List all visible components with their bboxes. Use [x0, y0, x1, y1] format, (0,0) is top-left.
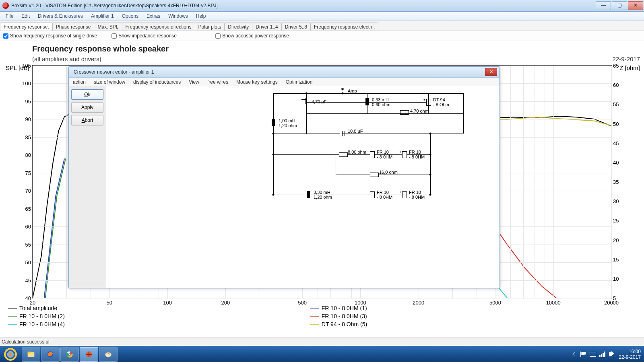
legend-fr4: FR 10 - 8 0HM (4): [8, 320, 65, 328]
y2-tick: 65: [613, 63, 619, 69]
tab-freq[interactable]: Frequency response.: [0, 23, 53, 31]
tray-expand-icon[interactable]: [572, 352, 578, 357]
y2-tick: 35: [613, 179, 619, 185]
menu-edit[interactable]: Edit: [17, 13, 34, 19]
y2-tick: 55: [613, 101, 619, 107]
tabstrip: Frequency response. Phase response Max. …: [0, 21, 644, 31]
drv4-l2: - 8 0HM: [377, 195, 392, 200]
dlg-menu-inductance[interactable]: display of inductances: [129, 79, 185, 85]
dlg-menu-size[interactable]: size of window: [90, 79, 129, 85]
close-button[interactable]: ✕: [628, 1, 643, 10]
dlg-menu-action[interactable]: action: [69, 79, 90, 85]
check-power-box[interactable]: [215, 33, 221, 39]
drv5: [402, 191, 407, 198]
menu-extras[interactable]: Extras: [142, 13, 164, 19]
y-tick: 105: [22, 63, 31, 69]
menu-windows[interactable]: Windows: [164, 13, 192, 19]
y2-tick: 30: [613, 198, 619, 204]
taskbar-firefox[interactable]: [41, 347, 60, 362]
x-tick: 20000: [604, 300, 619, 306]
check-power[interactable]: Show acoustic power response: [215, 33, 289, 39]
taskbar-explorer[interactable]: [22, 347, 40, 362]
amp-label: Amp: [348, 88, 357, 93]
dlg-menu-freewires[interactable]: free wires: [203, 79, 232, 85]
y-tick: 95: [25, 98, 31, 104]
taskbar-chrome[interactable]: [60, 347, 79, 362]
taskbar-paint[interactable]: [99, 347, 118, 362]
legend-fr2-label: FR 10 - 8 0HM (2): [19, 312, 65, 320]
res3-label: 16,0 ohm: [379, 170, 398, 175]
tray-date: 22-9-2017: [619, 354, 641, 360]
y2-tick: 45: [613, 140, 619, 146]
menu-drivers[interactable]: Drivers & Enclosures: [34, 13, 87, 19]
y-tick: 100: [22, 80, 31, 86]
svg-point-5: [69, 354, 70, 355]
tab-phase[interactable]: Phase response: [52, 23, 95, 31]
check-freq-single[interactable]: Show frequency response of single drive: [3, 33, 97, 39]
window-title: Boxsim V1.20 - VISATON-Edition [C:\Users…: [11, 3, 218, 8]
svg-point-11: [108, 355, 109, 356]
minimize-button[interactable]: —: [596, 1, 611, 10]
y-tick: 90: [25, 116, 31, 122]
dialog-close-button[interactable]: ✕: [485, 68, 497, 76]
w-h1b: [306, 113, 463, 114]
dlg-menu-mouse[interactable]: Mouse key settings: [232, 79, 282, 85]
node-l3: [272, 154, 275, 156]
tray-clock[interactable]: 16:00 22-9-2017: [619, 349, 642, 360]
crossover-dialog: Crossover network editor - amplifier 1 ✕…: [68, 66, 500, 288]
tray-action-icon[interactable]: [590, 352, 596, 357]
menu-file[interactable]: File: [2, 13, 17, 19]
tab-driver14[interactable]: Driver 1..4: [252, 23, 281, 31]
y-tick: 55: [25, 241, 31, 247]
tab-directivity[interactable]: Directivity: [224, 23, 252, 31]
y2-axis-label: Z [ohm]: [619, 64, 640, 71]
y-tick: 60: [25, 224, 31, 230]
w-v3l: [273, 154, 274, 175]
tab-driver58[interactable]: Driver 5..8: [281, 23, 311, 31]
ind1-through: [367, 93, 367, 113]
tab-freq-dir[interactable]: Frequency response directions: [122, 23, 195, 31]
tray-volume-icon[interactable]: [609, 352, 615, 357]
cap2-gap: [340, 132, 342, 135]
drv1-through: [428, 93, 429, 113]
legend-fr3: FR 10 - 8 0HM (3): [310, 312, 367, 320]
cap1-plate1: [303, 98, 303, 104]
res1: [400, 110, 409, 115]
dlg-menu-view[interactable]: View: [185, 79, 203, 85]
ok-button[interactable]: Ok: [71, 89, 103, 100]
start-button[interactable]: [2, 348, 19, 361]
y-tick: 50: [25, 259, 31, 265]
tray-network-icon[interactable]: [599, 352, 606, 357]
drv5-plus: +: [399, 191, 401, 194]
dialog-title: Crossover network editor - amplifier 1: [74, 69, 154, 75]
drv1-plus: +: [423, 98, 425, 102]
menu-amplifier[interactable]: Amplifier 1: [87, 13, 118, 19]
drv4-plus: +: [367, 191, 369, 194]
apply-button[interactable]: Apply: [71, 102, 103, 113]
check-freq-single-box[interactable]: [3, 33, 8, 39]
y-tick: 65: [25, 206, 31, 212]
status-text: Calculation successful.: [2, 339, 51, 345]
ind2-l2: 1,20 ohm: [279, 123, 297, 128]
schematic-canvas[interactable]: Amp 4,70 µF 0,33 mH 0,60 ohm: [106, 86, 500, 288]
legend-fr3-label: FR 10 - 8 0HM (3): [322, 312, 367, 320]
check-impedance[interactable]: Show impedance response: [111, 33, 177, 39]
tab-maxspl[interactable]: Max. SPL: [94, 23, 122, 31]
res2: [339, 152, 348, 157]
w-h3b: [336, 175, 430, 175]
check-impedance-box[interactable]: [111, 33, 117, 39]
menu-options[interactable]: Options: [118, 13, 142, 19]
dlg-menu-opt[interactable]: Optimization: [282, 79, 317, 85]
maximize-button[interactable]: ▢: [612, 1, 627, 10]
y-tick: 75: [25, 170, 31, 176]
tab-polar[interactable]: Polar plots: [195, 23, 225, 31]
node-l4: [272, 194, 275, 196]
tray-flag-icon[interactable]: [580, 352, 586, 357]
abort-button[interactable]: Abort: [71, 115, 103, 125]
taskbar-boxsim[interactable]: [80, 347, 98, 362]
tab-freq-electri[interactable]: Frequency response electri..: [310, 23, 378, 31]
dialog-sidebar: Ok Apply Abort: [69, 86, 106, 288]
legend-total-label: Total amplitude: [19, 304, 57, 312]
svg-point-8: [106, 353, 107, 354]
menu-help[interactable]: Help: [192, 13, 210, 19]
